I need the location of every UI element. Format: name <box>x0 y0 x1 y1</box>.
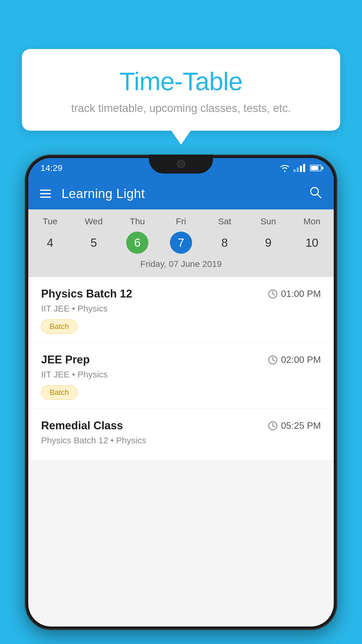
schedule-item-2-header: JEE Prep 02:00 PM <box>41 354 321 366</box>
phone-notch <box>149 155 213 174</box>
calendar-day-10[interactable]: 10 <box>290 231 334 254</box>
wifi-icon <box>280 164 290 172</box>
svg-line-7 <box>273 360 275 361</box>
schedule-item-3-meta: Physics Batch 12 • Physics <box>41 435 321 445</box>
schedule-list: Physics Batch 12 01:00 PM IIT JEE • Phys… <box>28 277 334 461</box>
status-icons <box>280 164 321 172</box>
app-bar: Learning Light <box>28 178 334 209</box>
schedule-item-1-header: Physics Batch 12 01:00 PM <box>41 288 321 300</box>
tooltip-card: Time-Table track timetable, upcoming cla… <box>22 49 340 131</box>
calendar-day-6-today[interactable]: 6 <box>126 232 148 254</box>
schedule-item-3-header: Remedial Class 05:25 PM <box>41 419 321 432</box>
calendar-day-7-selected[interactable]: 7 <box>170 232 192 254</box>
schedule-item-1[interactable]: Physics Batch 12 01:00 PM IIT JEE • Phys… <box>28 277 334 342</box>
schedule-item-2-badge: Batch <box>41 385 78 400</box>
day-header-sat: Sat <box>203 216 247 226</box>
schedule-item-2-title: JEE Prep <box>41 354 90 366</box>
schedule-item-2[interactable]: JEE Prep 02:00 PM IIT JEE • Physics Batc… <box>28 343 334 408</box>
clock-icon-3 <box>268 421 277 430</box>
day-header-sun: Sun <box>247 216 290 226</box>
schedule-item-1-meta: IIT JEE • Physics <box>41 304 321 314</box>
signal-bars-icon <box>294 164 305 172</box>
day-numbers: 4 5 6 7 8 9 10 <box>28 231 334 254</box>
schedule-item-3[interactable]: Remedial Class 05:25 PM Physics Batch 12… <box>28 409 334 460</box>
tooltip-subtitle: track timetable, upcoming classes, tests… <box>42 102 320 115</box>
day-header-mon: Mon <box>290 216 334 226</box>
day-header-wed: Wed <box>72 216 116 226</box>
day-header-tue: Tue <box>28 216 72 226</box>
clock-icon-2 <box>268 355 277 365</box>
schedule-item-1-time: 01:00 PM <box>268 288 321 299</box>
menu-icon[interactable] <box>40 190 51 198</box>
clock-icon <box>268 289 277 299</box>
search-button[interactable] <box>309 186 322 202</box>
calendar-day-8[interactable]: 8 <box>203 231 247 254</box>
schedule-item-3-time: 05:25 PM <box>268 420 321 431</box>
svg-line-10 <box>273 426 275 427</box>
calendar-strip: Tue Wed Thu Fri Sat Sun Mon 4 5 6 7 8 9 … <box>28 209 334 277</box>
battery-icon <box>310 165 321 171</box>
selected-date-label: Friday, 07 June 2019 <box>28 254 334 271</box>
svg-line-4 <box>273 294 275 295</box>
svg-line-1 <box>317 194 321 198</box>
app-bar-title: Learning Light <box>61 186 298 201</box>
phone-screen: 14:29 <box>28 158 334 626</box>
schedule-item-2-meta: IIT JEE • Physics <box>41 370 321 379</box>
tooltip-title: Time-Table <box>42 66 320 96</box>
calendar-day-5[interactable]: 5 <box>72 231 116 254</box>
day-header-fri: Fri <box>159 216 203 226</box>
phone-frame: 14:29 <box>25 155 337 630</box>
calendar-day-4[interactable]: 4 <box>28 231 72 254</box>
status-time: 14:29 <box>41 163 62 173</box>
camera <box>177 160 185 168</box>
calendar-day-9[interactable]: 9 <box>247 231 290 254</box>
schedule-item-1-badge: Batch <box>41 319 78 334</box>
phone-mockup: 14:29 <box>25 155 337 644</box>
schedule-item-3-title: Remedial Class <box>41 419 123 432</box>
schedule-item-1-title: Physics Batch 12 <box>41 288 132 300</box>
day-header-thu: Thu <box>115 216 159 226</box>
schedule-item-2-time: 02:00 PM <box>268 354 321 365</box>
day-headers: Tue Wed Thu Fri Sat Sun Mon <box>28 216 334 226</box>
